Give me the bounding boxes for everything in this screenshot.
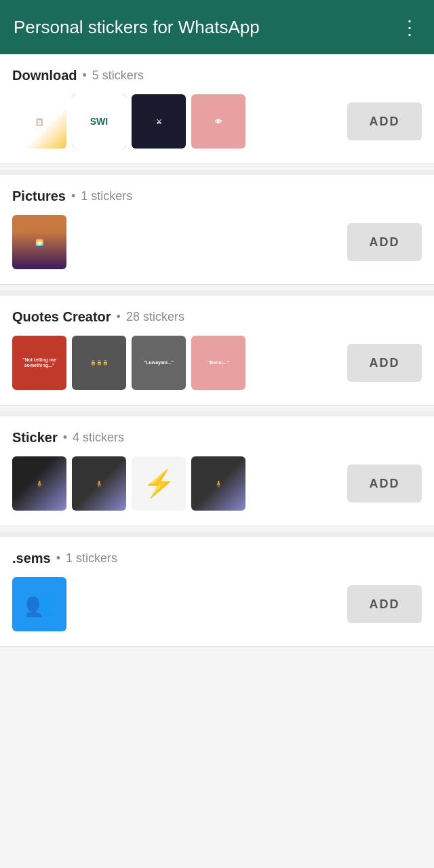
section-dot-sticker: • — [63, 431, 67, 445]
section-count-quotes: 28 stickers — [126, 310, 184, 324]
section-body-sems: 👥ADD — [12, 577, 422, 631]
sticker-inner-a4: 🧍 — [191, 456, 245, 511]
app-title: Personal stickers for WhatsApp — [14, 17, 260, 38]
section-download: Download•5 stickers📋SWI⚔👁ADD — [0, 54, 434, 164]
section-header-download: Download•5 stickers — [12, 68, 422, 83]
sticker-thumb-d2: SWI — [72, 94, 126, 149]
divider-2 — [0, 411, 434, 416]
section-pictures: Pictures•1 stickers🌅ADD — [0, 175, 434, 285]
sticker-inner-q1: "Not telling me something..." — [12, 336, 66, 390]
divider-3 — [0, 532, 434, 537]
sticker-thumb-a4: 🧍 — [191, 456, 245, 511]
sticker-inner-d4: 👁 — [191, 94, 245, 149]
sticker-row-sems: 👥 — [12, 577, 339, 631]
sticker-inner-a3: ⚡ — [132, 456, 186, 511]
sticker-row-download: 📋SWI⚔👁 — [12, 94, 339, 149]
section-body-sticker: 🧍🧍⚡🧍ADD — [12, 456, 422, 511]
section-name-sems: .sems — [12, 551, 51, 566]
section-name-download: Download — [12, 68, 77, 83]
add-button-sems[interactable]: ADD — [347, 585, 422, 623]
section-count-pictures: 1 stickers — [81, 189, 132, 203]
sticker-inner-a2: 🧍 — [72, 456, 126, 511]
section-name-pictures: Pictures — [12, 189, 66, 204]
sticker-thumb-d4: 👁 — [191, 94, 245, 149]
section-body-pictures: 🌅ADD — [12, 215, 422, 269]
add-button-pictures[interactable]: ADD — [347, 223, 422, 261]
add-button-sticker[interactable]: ADD — [347, 465, 422, 502]
sticker-thumb-q1: "Not telling me something..." — [12, 336, 66, 390]
section-dot-pictures: • — [71, 189, 75, 203]
divider-0 — [0, 170, 434, 175]
add-button-download[interactable]: ADD — [347, 102, 422, 140]
sticker-inner-d1: 📋 — [12, 94, 66, 149]
sticker-row-sticker: 🧍🧍⚡🧍 — [12, 456, 339, 511]
section-name-sticker: Sticker — [12, 430, 58, 446]
section-sems: .sems•1 stickers👥ADD — [0, 537, 434, 647]
section-dot-download: • — [83, 68, 87, 83]
sticker-inner-q4: "Benar..." — [191, 336, 245, 390]
add-button-quotes[interactable]: ADD — [347, 344, 422, 382]
sticker-thumb-a3: ⚡ — [132, 456, 186, 511]
sticker-thumb-d3: ⚔ — [132, 94, 186, 149]
section-quotes: Quotes Creator•28 stickers"Not telling m… — [0, 296, 434, 406]
sticker-thumb-q4: "Benar..." — [191, 336, 245, 390]
sticker-inner-d3: ⚔ — [132, 94, 186, 149]
section-header-pictures: Pictures•1 stickers — [12, 189, 422, 204]
sticker-inner-p1: 🌅 — [12, 215, 66, 269]
sticker-thumb-p1: 🌅 — [12, 215, 66, 269]
section-body-quotes: "Not telling me something..."🔒🔒🔒"Luwayan… — [12, 336, 422, 390]
sticker-thumb-q3: "Luwayani..." — [132, 336, 186, 390]
sticker-row-pictures: 🌅 — [12, 215, 339, 269]
section-count-sticker: 4 stickers — [73, 431, 124, 445]
app-header: Personal stickers for WhatsApp ⋮ — [0, 0, 434, 54]
sticker-inner-s1: 👥 — [12, 577, 66, 631]
sticker-thumb-a2: 🧍 — [72, 456, 126, 511]
sticker-thumb-a1: 🧍 — [12, 456, 66, 511]
section-name-quotes: Quotes Creator — [12, 309, 111, 325]
section-dot-sems: • — [56, 551, 60, 566]
divider-1 — [0, 290, 434, 296]
section-header-quotes: Quotes Creator•28 stickers — [12, 309, 422, 325]
section-header-sticker: Sticker•4 stickers — [12, 430, 422, 446]
sticker-inner-q3: "Luwayani..." — [132, 336, 186, 390]
sticker-thumb-q2: 🔒🔒🔒 — [72, 336, 126, 390]
section-body-download: 📋SWI⚔👁ADD — [12, 94, 422, 149]
sticker-inner-d2: SWI — [72, 94, 126, 149]
section-sticker: Sticker•4 stickers🧍🧍⚡🧍ADD — [0, 416, 434, 526]
sticker-inner-a1: 🧍 — [12, 456, 66, 511]
section-count-download: 5 stickers — [92, 68, 144, 83]
sticker-thumb-s1: 👥 — [12, 577, 66, 631]
sticker-row-quotes: "Not telling me something..."🔒🔒🔒"Luwayan… — [12, 336, 339, 390]
section-count-sems: 1 stickers — [66, 551, 117, 566]
section-header-sems: .sems•1 stickers — [12, 551, 422, 566]
section-dot-quotes: • — [117, 310, 121, 324]
sticker-thumb-d1: 📋 — [12, 94, 66, 149]
overflow-menu-icon[interactable]: ⋮ — [400, 16, 420, 39]
sticker-inner-q2: 🔒🔒🔒 — [72, 336, 126, 390]
